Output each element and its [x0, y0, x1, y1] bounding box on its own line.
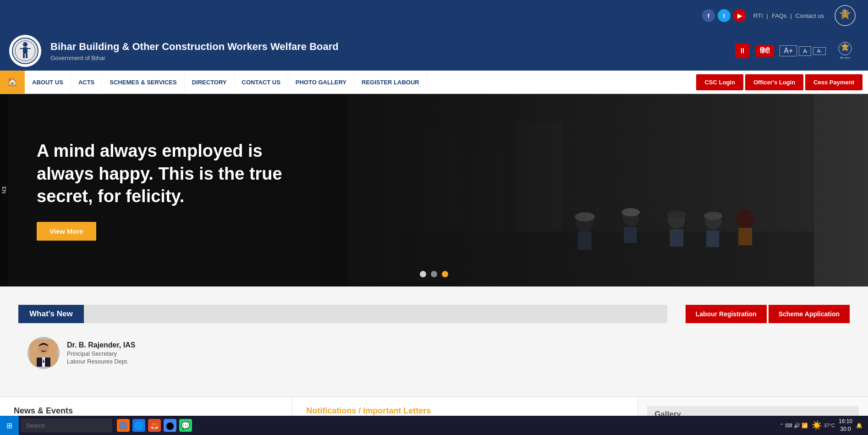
bihar-sarkar-logo: बिहार सरकार बिहार सरकार	[831, 37, 859, 65]
person-photo	[27, 337, 60, 369]
nav-about-us[interactable]: ABOUT US	[25, 72, 71, 92]
temperature: 37°C	[824, 423, 835, 428]
start-button[interactable]: ⊞	[0, 416, 19, 435]
nav-links-container: ABOUT US ACTS SCHEMES & SERVICES DIRECTO…	[25, 72, 691, 92]
pause-button[interactable]: ⏸	[735, 44, 750, 58]
taskbar-icon-1[interactable]: 🌀	[117, 419, 130, 432]
svg-rect-8	[20, 48, 23, 49]
notification-bell[interactable]: 🔔	[856, 423, 863, 429]
svg-rect-10	[23, 54, 25, 58]
nav-contact-us[interactable]: CONTACT US	[235, 72, 288, 92]
hero-dots	[420, 271, 448, 277]
font-size-controls: A+ A A-	[780, 45, 826, 56]
taskbar: ⊞ 🌀 🌐 🦊 ⬤ 💬 ⌃ ⌨ 🔊 📶 ☀️ 37°C 16:10 30:0 🔔	[0, 416, 868, 435]
taskbar-icon-4[interactable]: ⬤	[164, 419, 176, 432]
person-dept: Labour Resoures Dept.	[67, 358, 135, 365]
main-navbar: 🏠 ABOUT US ACTS SCHEMES & SERVICES DIREC…	[0, 71, 868, 94]
hero-content: A mind always employed is always happy. …	[0, 140, 321, 240]
svg-marker-3	[839, 8, 851, 20]
sep2: |	[790, 12, 791, 19]
person-card: Dr. B. Rajender, IAS Principal Secretary…	[18, 332, 667, 378]
facebook-icon[interactable]: f	[702, 9, 715, 22]
hero-dot-1[interactable]	[420, 271, 426, 277]
twitter-icon[interactable]: t	[718, 9, 731, 22]
taskbar-right: ⌃ ⌨ 🔊 📶 ☀️ 37°C 16:10 30:0 🔔	[780, 418, 868, 433]
site-header: Bihar Building & Other Construction Work…	[0, 31, 868, 71]
whats-new-header: What's New	[18, 305, 667, 323]
org-logo	[9, 35, 41, 67]
nav-acts[interactable]: ACTS	[71, 72, 102, 92]
nav-schemes-services[interactable]: SCHEMES & SERVICES	[102, 72, 184, 92]
nav-directory[interactable]: DIRECTORY	[185, 72, 235, 92]
officer-login-button[interactable]: Officer's Login	[745, 74, 803, 90]
person-info: Dr. B. Rajender, IAS Principal Secretary…	[67, 341, 135, 365]
content-section: What's New	[0, 286, 868, 396]
nav-home-button[interactable]: 🏠	[0, 71, 25, 94]
registration-buttons: Labour Registration Scheme Application	[686, 305, 850, 323]
gov-logo: बिहार सरकार	[831, 2, 859, 29]
clock-date: 30:0	[839, 425, 852, 433]
system-tray-icons: ⌃ ⌨ 🔊 📶	[780, 423, 808, 429]
top-utility-bar: f t ▶ RTI | FAQs | Contact us बिहार सरका…	[0, 0, 868, 31]
nav-register-labour[interactable]: REGISTER LABOUR	[354, 72, 427, 92]
view-more-button[interactable]: View More	[37, 222, 96, 241]
contact-link[interactable]: Contact us	[794, 12, 826, 19]
youtube-icon[interactable]: ▶	[733, 9, 746, 22]
system-clock: 16:10 30:0	[839, 418, 852, 433]
taskbar-search[interactable]	[21, 418, 112, 432]
svg-rect-9	[27, 48, 31, 49]
nav-photo-gallery[interactable]: PHOTO GALLERY	[288, 72, 354, 92]
svg-text:बिहार सरकार: बिहार सरकार	[840, 56, 850, 59]
font-small-button[interactable]: A-	[813, 47, 826, 55]
hindi-button[interactable]: हिंदी	[755, 45, 774, 57]
svg-point-6	[23, 42, 27, 47]
faqs-link[interactable]: FAQs	[770, 12, 789, 19]
taskbar-icon-2[interactable]: 🌐	[132, 419, 145, 432]
labour-registration-button[interactable]: Labour Registration	[686, 305, 767, 323]
cess-payment-button[interactable]: Cess Payment	[805, 74, 863, 90]
org-title: Bihar Building & Other Construction Work…	[50, 40, 726, 61]
font-normal-button[interactable]: A	[799, 46, 811, 56]
org-name: Bihar Building & Other Construction Work…	[50, 40, 726, 54]
sep1: |	[767, 12, 768, 19]
font-large-button[interactable]: A+	[780, 45, 797, 56]
clock-time: 16:10	[839, 418, 852, 425]
svg-rect-11	[26, 54, 27, 58]
taskbar-icon-5[interactable]: 💬	[179, 419, 192, 432]
whats-new-tab[interactable]: What's New	[18, 305, 84, 323]
taskbar-icon-3[interactable]: 🦊	[148, 419, 161, 432]
gov-name: Government of Bihar	[50, 55, 726, 61]
nav-action-buttons: CSC Login Officer's Login Cess Payment	[691, 74, 868, 90]
rti-link[interactable]: RTI	[752, 12, 765, 19]
utility-links: RTI | FAQs | Contact us	[752, 12, 826, 19]
whats-new-container: What's New	[18, 305, 667, 378]
hero-quote: A mind always employed is always happy. …	[37, 140, 284, 208]
hero-dot-3[interactable]	[442, 271, 448, 277]
weather-indicator: ☀️ 37°C	[812, 420, 835, 430]
taskbar-icons: 🌀 🌐 🦊 ⬤ 💬	[112, 419, 197, 432]
person-name: Dr. B. Rajender, IAS	[67, 341, 135, 349]
social-links: f t ▶	[702, 9, 746, 22]
hero-dot-2[interactable]	[431, 271, 437, 277]
header-controls: ⏸ हिंदी A+ A A- बिहार सरकार बिहार सरकार	[735, 37, 859, 65]
person-title: Principal Secretary	[67, 350, 135, 357]
csc-login-button[interactable]: CSC Login	[696, 74, 743, 90]
hero-banner: EN A mind always employed is always happ…	[0, 94, 868, 286]
scheme-application-button[interactable]: Scheme Application	[769, 305, 850, 323]
whats-new-divider	[84, 305, 667, 323]
svg-rect-7	[23, 47, 27, 54]
